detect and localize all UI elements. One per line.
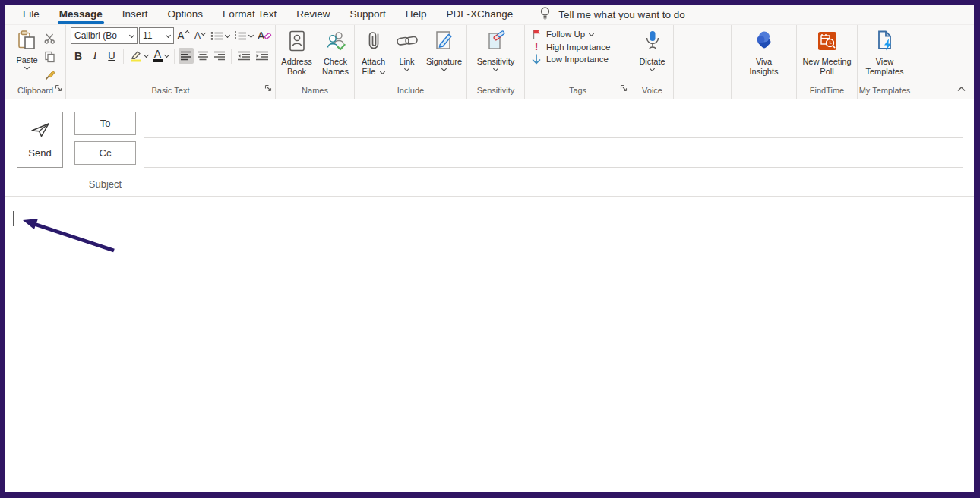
tab-insert[interactable]: Insert: [112, 5, 158, 24]
send-button[interactable]: Send: [17, 112, 63, 168]
viva-insights-button[interactable]: Viva Insights: [741, 27, 787, 77]
text-highlight-button[interactable]: [128, 48, 150, 64]
tell-me-box[interactable]: Tell me what you want to do: [539, 5, 685, 24]
view-templates-button[interactable]: View Templates: [860, 27, 910, 77]
align-center-button[interactable]: [195, 48, 210, 64]
highlighter-icon: [129, 49, 143, 62]
ribbon-group-clipboard: Paste Clipboard: [5, 25, 66, 99]
bullets-button[interactable]: [209, 28, 231, 44]
view-templates-label: View Templates: [863, 57, 907, 77]
cc-field[interactable]: [144, 167, 963, 168]
ribbon-group-basic-text: Calibri (Bo 11 A A: [66, 25, 276, 99]
cc-button[interactable]: Cc: [74, 141, 136, 165]
findtime-group-label: FindTime: [810, 86, 844, 95]
paste-button[interactable]: Paste: [13, 27, 40, 69]
align-left-icon: [180, 51, 192, 61]
eraser-icon: [264, 32, 272, 39]
tab-support[interactable]: Support: [340, 5, 395, 24]
address-book-label: Address Book: [280, 57, 314, 77]
tab-pdf-xchange[interactable]: PDF-XChange: [436, 5, 523, 24]
bold-button[interactable]: B: [71, 48, 86, 64]
font-size-select[interactable]: 11: [139, 27, 174, 44]
voice-group-label: Voice: [642, 86, 662, 95]
basic-text-dialog-launcher[interactable]: [264, 83, 272, 96]
send-label: Send: [28, 147, 51, 159]
to-button[interactable]: To: [74, 112, 136, 135]
send-icon: [30, 121, 51, 140]
align-left-button[interactable]: [179, 48, 194, 64]
low-importance-button[interactable]: Low Importance: [531, 54, 609, 65]
follow-up-button[interactable]: Follow Up: [531, 29, 593, 39]
sensitivity-group-label: Sensitivity: [477, 86, 515, 95]
tab-help[interactable]: Help: [396, 5, 437, 24]
font-name-value: Calibri (Bo: [74, 30, 117, 41]
attach-file-button[interactable]: Attach File: [356, 27, 391, 77]
increase-indent-button[interactable]: [254, 48, 270, 64]
tell-me-label: Tell me what you want to do: [558, 9, 685, 20]
collapse-ribbon-button[interactable]: [956, 81, 966, 95]
shrink-font-button[interactable]: A: [192, 28, 207, 44]
chevron-down-icon: [441, 66, 447, 71]
clear-formatting-button[interactable]: A: [256, 28, 273, 44]
chevron-up-icon: [956, 86, 966, 92]
check-names-button[interactable]: Check Names: [318, 27, 353, 77]
font-name-select[interactable]: Calibri (Bo: [71, 27, 138, 44]
check-names-icon: [324, 30, 347, 55]
tab-file[interactable]: File: [13, 5, 49, 24]
signature-button[interactable]: Signature: [423, 27, 466, 71]
clipboard-dialog-launcher[interactable]: [55, 83, 62, 96]
tab-options[interactable]: Options: [158, 5, 213, 24]
copy-icon: [44, 51, 55, 63]
follow-up-label: Follow Up: [546, 30, 585, 39]
copy-button[interactable]: [43, 49, 58, 65]
tab-message[interactable]: Message: [49, 5, 112, 24]
low-importance-label: Low Importance: [546, 55, 609, 64]
numbering-icon: [234, 31, 247, 41]
subject-label: Subject: [74, 178, 136, 190]
tab-format-text[interactable]: Format Text: [213, 5, 286, 24]
address-book-icon: [286, 30, 308, 55]
new-meeting-poll-button[interactable]: New Meeting Poll: [798, 27, 856, 77]
decrease-indent-button[interactable]: [236, 48, 252, 64]
to-field[interactable]: [144, 137, 963, 138]
ribbon-group-names: Address Book Check Names Names: [276, 25, 355, 99]
message-body[interactable]: [5, 197, 974, 492]
align-center-icon: [197, 51, 209, 61]
paste-icon: [17, 30, 37, 54]
view-templates-icon: [874, 30, 896, 55]
ribbon-group-my-templates: View Templates My Templates: [858, 25, 912, 99]
meeting-poll-icon: [816, 30, 839, 55]
link-button[interactable]: Link: [394, 27, 420, 71]
high-importance-icon: !: [531, 42, 542, 52]
font-color-button[interactable]: A: [151, 48, 170, 64]
tags-group-label: Tags: [569, 86, 586, 95]
italic-button[interactable]: I: [87, 48, 103, 64]
ribbon-group-voice: Dictate Voice: [631, 25, 674, 99]
format-painter-button[interactable]: [43, 67, 58, 83]
tab-review[interactable]: Review: [286, 5, 340, 24]
tags-dialog-launcher[interactable]: [620, 83, 628, 96]
sensitivity-button[interactable]: Sensitivity: [471, 27, 521, 71]
align-right-icon: [213, 51, 226, 61]
low-importance-icon: [531, 54, 542, 65]
high-importance-button[interactable]: ! High Importance: [531, 42, 610, 52]
names-group-label: Names: [302, 86, 328, 95]
basic-text-group-label: Basic Text: [152, 86, 190, 95]
numbering-button[interactable]: [232, 28, 254, 44]
flag-icon: [531, 29, 542, 39]
scissors-icon: [44, 33, 55, 44]
underline-button[interactable]: U: [104, 48, 119, 64]
font-size-value: 11: [143, 30, 152, 41]
format-painter-icon: [44, 69, 56, 80]
attach-file-label: Attach File: [359, 57, 388, 77]
grow-font-button[interactable]: A: [175, 28, 191, 44]
ribbon-group-viva: Viva Insights: [732, 25, 797, 99]
decrease-indent-icon: [237, 51, 251, 61]
chevron-down-icon: [589, 30, 594, 36]
dictate-button[interactable]: Dictate: [636, 27, 668, 71]
microphone-icon: [642, 30, 663, 55]
address-book-button[interactable]: Address Book: [277, 27, 317, 77]
align-right-button[interactable]: [212, 48, 227, 64]
chevron-down-icon: [650, 66, 655, 71]
cut-button[interactable]: [43, 30, 58, 46]
